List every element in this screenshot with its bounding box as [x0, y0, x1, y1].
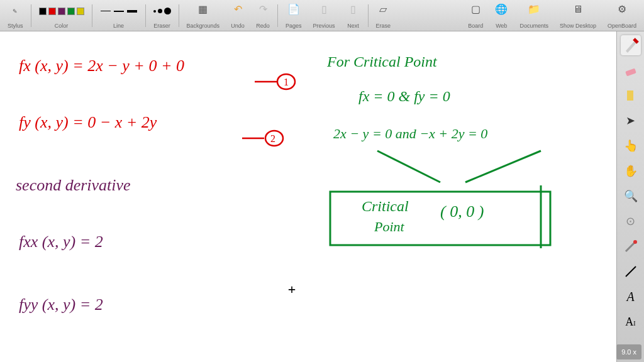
documents-label: Documents — [519, 23, 548, 29]
laser-icon — [624, 239, 638, 253]
color-yellow[interactable] — [77, 8, 84, 15]
next-icon: ▯ — [347, 3, 360, 16]
tool-laser[interactable] — [621, 236, 641, 256]
tool-zoom-fit[interactable]: ⊙ — [621, 211, 641, 231]
show-desktop-group[interactable]: 🖥 Show Desktop — [555, 1, 601, 30]
eq-label-1: 1 — [284, 77, 289, 87]
svg-rect-5 — [627, 90, 633, 101]
tool-hand[interactable]: ✋ — [621, 161, 641, 181]
redo-icon: ↷ — [256, 3, 270, 16]
eraser-med[interactable] — [158, 9, 162, 13]
tool-ruler[interactable]: A — [621, 287, 641, 307]
erase-label: Erase — [376, 23, 391, 29]
tool-zoom-in[interactable]: 🔍 — [621, 186, 641, 206]
color-red[interactable] — [48, 8, 56, 15]
eraser-icon — [624, 63, 638, 77]
tool-marker[interactable] — [621, 85, 641, 106]
line-thick[interactable] — [126, 8, 138, 14]
tool-interact[interactable]: 👆 — [621, 136, 641, 156]
board-icon: ▢ — [469, 3, 482, 16]
board-label: Board — [468, 23, 483, 29]
svg-point-6 — [633, 240, 637, 244]
stylus-label: Stylus — [8, 23, 23, 29]
separator — [368, 4, 369, 27]
tool-eraser[interactable] — [621, 60, 641, 80]
undo-group[interactable]: ↶ Undo — [226, 1, 250, 30]
stylus-icon: ✎ — [13, 8, 18, 14]
color-black[interactable] — [39, 8, 47, 15]
marker-icon — [624, 89, 638, 102]
ink-cpval: ( 0, 0 ) — [440, 202, 484, 221]
board-group[interactable]: ▢ Board — [463, 1, 488, 30]
documents-icon: 📁 — [527, 3, 541, 16]
line-med[interactable] — [113, 8, 125, 14]
color-group[interactable]: Color — [34, 1, 89, 30]
separator — [92, 4, 92, 27]
backgrounds-group[interactable]: ▦ Backgrounds — [182, 1, 225, 30]
zoom-fit-icon: ⊙ — [626, 214, 635, 228]
openboard-group[interactable]: ⚙ OpenBoard — [602, 1, 641, 30]
tool-pointer[interactable]: ➤ — [621, 111, 641, 131]
backgrounds-label: Backgrounds — [187, 23, 220, 29]
zoom-in-icon: 🔍 — [624, 189, 638, 203]
pen-red-icon — [623, 37, 639, 53]
backgrounds-icon: ▦ — [196, 3, 210, 16]
next-label: Next — [347, 23, 359, 29]
tool-text[interactable]: AI — [621, 312, 641, 332]
web-icon: 🌐 — [494, 3, 508, 16]
zoom-indicator[interactable]: 9.0 x — [616, 344, 641, 359]
openboard-icon: ⚙ — [615, 3, 629, 16]
show-desktop-label: Show Desktop — [560, 23, 596, 29]
previous-icon: ▯ — [317, 3, 331, 16]
pages-group[interactable]: 📄 Pages — [280, 1, 307, 30]
line-thin[interactable] — [100, 8, 111, 14]
color-green[interactable] — [67, 8, 75, 15]
separator — [179, 4, 179, 27]
redo-label: Redo — [256, 23, 270, 29]
line-icon — [624, 265, 638, 278]
svg-line-7 — [626, 266, 636, 277]
svg-rect-4 — [625, 69, 636, 77]
separator — [277, 4, 278, 27]
show-desktop-icon: 🖥 — [571, 3, 585, 16]
eq-label-2: 2 — [270, 133, 275, 144]
documents-group[interactable]: 📁 Documents — [514, 1, 553, 30]
erase-group[interactable]: ▱ Erase — [371, 1, 396, 30]
previous-label: Previous — [313, 23, 335, 29]
hand-icon: ✋ — [624, 164, 638, 178]
crosshair-cursor: + — [288, 282, 296, 297]
text-icon: AI — [625, 315, 635, 329]
eraser-large[interactable] — [164, 8, 171, 14]
web-label: Web — [496, 23, 507, 29]
eraser-small[interactable] — [153, 10, 156, 13]
ruler-icon: A — [626, 290, 634, 304]
undo-label: Undo — [231, 23, 245, 29]
previous-group[interactable]: ▯ Previous — [308, 1, 340, 30]
eraser-group[interactable]: Eraser — [148, 1, 176, 30]
web-group[interactable]: 🌐 Web — [489, 1, 513, 30]
ink-overlay: 1 2 — [0, 31, 616, 362]
pages-icon: 📄 — [287, 3, 301, 16]
next-group[interactable]: ▯ Next — [341, 1, 365, 30]
stylus-group[interactable]: ✎ Stylus — [3, 1, 28, 30]
undo-icon: ↶ — [231, 3, 245, 16]
top-toolbar: ✎ Stylus Color Line Eraser ▦ Back — [0, 0, 644, 31]
line-label: Line — [113, 23, 124, 29]
tool-line[interactable] — [621, 261, 641, 282]
color-label: Color — [55, 23, 69, 29]
tool-stylus[interactable] — [621, 35, 641, 55]
line-group[interactable]: Line — [95, 1, 143, 30]
openboard-label: OpenBoard — [608, 23, 636, 29]
pointer-icon: ➤ — [626, 114, 635, 128]
separator — [145, 4, 146, 27]
pages-label: Pages — [286, 23, 302, 29]
erase-icon: ▱ — [376, 3, 390, 16]
redo-group[interactable]: ↷ Redo — [251, 1, 275, 30]
ink-cp1: Critical — [362, 198, 409, 215]
ink-cp2: Point — [374, 219, 404, 235]
whiteboard-canvas[interactable]: fx (x, y) = 2x − y + 0 + 0 fy (x, y) = 0… — [0, 31, 616, 362]
color-purple[interactable] — [58, 8, 65, 15]
side-toolbar: ➤ 👆 ✋ 🔍 ⊙ A AI 🔍 — [616, 31, 644, 362]
separator — [31, 4, 31, 27]
finger-icon: 👆 — [624, 139, 638, 153]
